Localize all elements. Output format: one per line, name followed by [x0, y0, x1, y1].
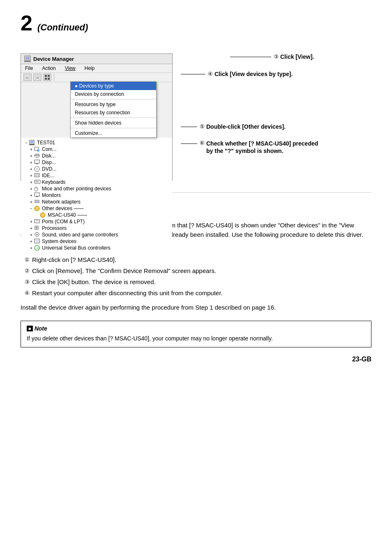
label-monitors: Monitors [42, 192, 61, 198]
tree-item-system: + System devices [21, 238, 172, 245]
label-usb: Universal Serial Bus controllers [42, 245, 111, 251]
toolbar-forward[interactable]: → [33, 74, 42, 81]
ann4-content: ④ Click [View devices by type]. [208, 71, 293, 77]
tree-item-other-devices: − ? Other devices —— [21, 205, 172, 212]
tree-item-monitors: + Monitors [21, 192, 172, 199]
svg-text:?: ? [42, 213, 44, 217]
label-network: Network adapters [42, 199, 81, 205]
icon-display [34, 160, 41, 165]
substep-list: ① Right-click on [? MSAC-US40]. ② Click … [25, 255, 371, 297]
tree-item-ide: + IDE... [21, 172, 172, 179]
substep-2-text: Click on [Remove]. The "Confirm Device R… [32, 266, 216, 275]
svg-point-16 [35, 167, 39, 171]
expander-keyboards[interactable]: + [28, 180, 34, 185]
page-number: 23-GB [21, 356, 371, 363]
tree-item-disp: + Disp... [21, 159, 172, 166]
menu-help[interactable]: Help [83, 65, 97, 72]
expander-monitors[interactable]: + [28, 193, 34, 198]
expander-system[interactable]: + [28, 239, 34, 244]
tree-item-com: + Com... [21, 146, 172, 153]
svg-rect-42 [35, 240, 39, 242]
svg-text:USB: USB [36, 247, 40, 250]
svg-rect-28 [36, 197, 38, 197]
substep-3-num: ③ [25, 278, 30, 286]
view-option-devices-by-connection[interactable]: Devices by connection [71, 90, 156, 98]
substep-2: ② Click on [Remove]. The "Confirm Device… [25, 266, 371, 275]
label-com: Com... [42, 146, 56, 152]
svg-rect-3 [45, 75, 47, 77]
expander-dvd[interactable]: + [28, 167, 34, 171]
svg-rect-6 [48, 78, 50, 80]
substep-3: ③ Click the [OK] button. The device is r… [25, 278, 371, 286]
ann6-line [181, 143, 197, 144]
tree-item-network: + Network adapters [21, 199, 172, 205]
expander-mice[interactable]: + [28, 187, 34, 191]
label-dvd: DVD... [42, 166, 56, 172]
section2-wrapper: Device Manager File Action View Help ← → [21, 41, 371, 181]
label-msac: MSAC-US40 —— [48, 212, 87, 218]
icon-ide [34, 173, 41, 178]
substep-4-num: ④ [25, 289, 30, 297]
expander-test01[interactable]: − [23, 141, 29, 145]
view-option-customize[interactable]: Customize... [71, 129, 156, 137]
expander-usb[interactable]: + [28, 246, 34, 250]
expander-disp[interactable]: + [28, 160, 34, 165]
menu-file[interactable]: File [23, 65, 35, 72]
view-option-resources-by-type[interactable]: Resources by type [71, 100, 156, 109]
ann5-circle: ⑤ [200, 123, 205, 130]
dm-menubar: File Action View Help [21, 64, 172, 73]
view-option-devices-by-type[interactable]: ● Devices by type [71, 82, 156, 90]
expander-disk[interactable]: + [28, 154, 34, 158]
tree-item-test01: − TEST01 [21, 139, 172, 146]
ann5-text: Double-click [Other devices]. [206, 123, 286, 130]
expander-other[interactable]: − [28, 206, 34, 211]
label-processors: Processors [42, 225, 67, 231]
icon-disk [34, 153, 41, 159]
svg-rect-24 [35, 182, 39, 182]
expander-network[interactable]: + [28, 200, 34, 204]
view-option-show-hidden[interactable]: Show hidden devices [71, 119, 156, 127]
svg-rect-38 [36, 227, 37, 229]
icon-keyboard [34, 179, 41, 185]
dm-window-icon [24, 56, 31, 62]
svg-point-13 [35, 154, 39, 156]
label-ide: IDE... [42, 173, 54, 178]
expander-sound[interactable]: + [28, 233, 34, 237]
svg-point-40 [36, 234, 38, 235]
tree-item-keyboards: + Keyboards [21, 179, 172, 185]
annotation-5: ⑤ Double-click [Other devices]. [181, 123, 286, 130]
toolbar-grid[interactable] [43, 74, 51, 81]
ann5-line [181, 127, 197, 127]
ann3-line [230, 57, 271, 57]
svg-point-11 [37, 149, 39, 152]
tree-item-mice: + Mice and other pointing devices [21, 185, 172, 192]
icon-dvd [34, 166, 41, 172]
substep-4: ④ Restart your computer after disconnect… [25, 289, 371, 297]
icon-usb: USB [34, 245, 41, 251]
icon-msac: ? [40, 212, 46, 218]
note-body: If you delete other devices than [? MSAC… [27, 334, 365, 343]
menu-action[interactable]: Action [40, 65, 57, 72]
tree-item-processors: + Processors [21, 225, 172, 231]
icon-sound [34, 232, 41, 238]
view-option-resources-by-connection[interactable]: Resources by connection [71, 109, 156, 117]
ann3-circle: ③ [274, 53, 279, 60]
label-sound: Sound, video and game controllers [42, 232, 118, 238]
ann5-content: ⑤ Double-click [Other devices]. [200, 123, 286, 130]
label-disp: Disp... [42, 160, 56, 165]
toolbar-back[interactable]: ← [23, 74, 32, 81]
expander-com[interactable]: + [28, 147, 34, 152]
annotation-3: ③ Click [View]. [230, 53, 314, 60]
substep-4-text: Restart your computer after disconnectin… [32, 289, 223, 297]
expander-processors[interactable]: + [28, 226, 34, 231]
note-title: Note [35, 325, 47, 332]
menu-view[interactable]: View [63, 65, 77, 72]
view-dropdown: ● Devices by type Devices by connection … [70, 81, 157, 138]
svg-rect-8 [30, 141, 33, 143]
view-sep1 [71, 99, 156, 99]
ann4-circle: ④ [208, 71, 213, 77]
expander-ide[interactable]: + [28, 174, 34, 178]
label-system: System devices [42, 238, 76, 244]
svg-rect-23 [38, 181, 39, 181]
expander-ports[interactable]: + [28, 220, 34, 224]
